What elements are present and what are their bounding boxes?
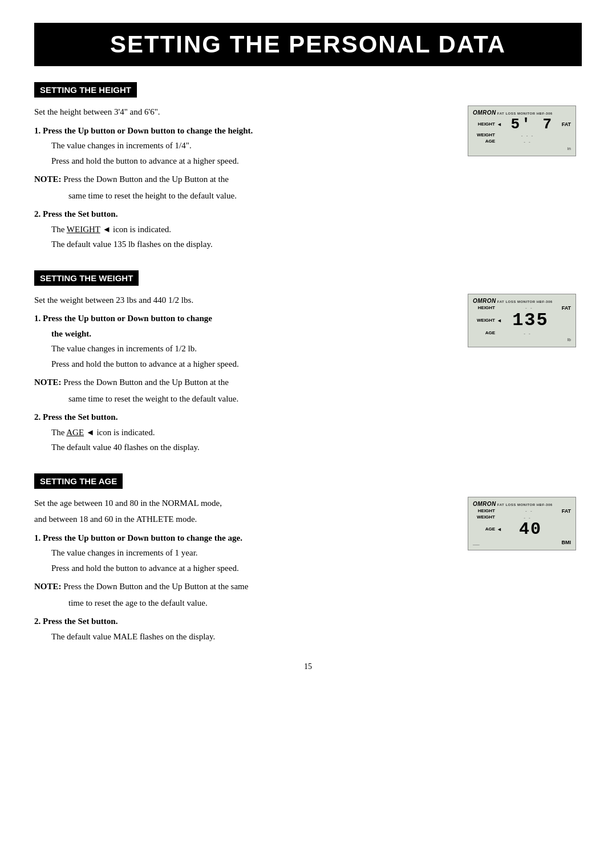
height-label: HEIGHT (473, 121, 497, 127)
age-value: 40 (502, 521, 558, 538)
age-lcd-brand: OMRON FAT LOSS MONITOR HBF-306 (473, 501, 571, 507)
height-arrow: ◄ (497, 121, 502, 127)
age-intro2: and between 18 and 60 in the ATHLETE mod… (34, 513, 456, 526)
age-underline: AGE (66, 428, 84, 437)
weight-step1-detail2: Press and hold the button to advance at … (34, 358, 456, 371)
weight-fat-label: FAT (562, 305, 571, 311)
age-note: NOTE: Press the Down Button and the Up B… (34, 580, 456, 609)
height-label-w: HEIGHT (473, 305, 497, 311)
height-intro: Set the height between 3'4" and 6'6". (34, 106, 456, 119)
height-content: Set the height between 3'4" and 6'6". 1.… (34, 106, 582, 253)
age-label-w: AGE (473, 330, 497, 336)
age-arrow: ◄ (497, 526, 502, 532)
section-header-height: SETTING THE HEIGHT (34, 82, 137, 98)
weight-row-w: WEIGHT ◄ 135 (473, 311, 571, 330)
weight-value: 135 (502, 311, 558, 330)
height-value: 5' 7 (502, 117, 562, 132)
weight-note: NOTE: Press the Down Button and the Up B… (34, 376, 456, 405)
weight-step1b: the weight. (34, 327, 456, 341)
omron-logo-a: OMRON (473, 501, 496, 507)
weight-step1: 1. Press the Up button or Down button to… (34, 312, 456, 325)
weight-underline: WEIGHT (67, 225, 100, 234)
height-display-col: OMRON FAT LOSS MONITOR HBF-306 HEIGHT ◄ … (468, 106, 582, 156)
weight-note-indent: same time to reset the weight to the def… (34, 392, 456, 406)
age-note-bold: NOTE: (34, 582, 62, 591)
section-height: SETTING THE HEIGHT Set the height betwee… (34, 82, 582, 253)
model-text-w: FAT LOSS MONITOR HBF-306 (497, 300, 553, 303)
page-title: SETTING THE PERSONAL DATA (34, 23, 582, 66)
weight-display-col: OMRON FAT LOSS MONITOR HBF-306 HEIGHT - … (468, 294, 582, 348)
weight-note-bold: NOTE: (34, 378, 62, 387)
height-dashes-a: - - (497, 508, 562, 513)
age-dashes-h: - - (497, 139, 558, 144)
age-label-h: AGE (473, 139, 497, 144)
weight-lcd: OMRON FAT LOSS MONITOR HBF-306 HEIGHT - … (468, 294, 576, 348)
omron-logo: OMRON (473, 110, 496, 116)
height-lcd-brand: OMRON FAT LOSS MONITOR HBF-306 (473, 110, 571, 116)
age-row-w: AGE - - (473, 330, 571, 336)
height-step1-detail1: The value changes in increments of 1/4". (34, 139, 456, 152)
model-text-a: FAT LOSS MONITOR HBF-306 (497, 503, 553, 506)
height-note: NOTE: Press the Down Button and the Up B… (34, 173, 456, 202)
age-note-line1: NOTE: Press the Down Button and the Up B… (34, 580, 456, 593)
height-lcd-rows: HEIGHT ◄ 5' 7 FAT WEIGHT - - - AGE - - (473, 117, 571, 145)
age-dashes-w: - - (497, 331, 558, 336)
weight-label-w: WEIGHT (473, 318, 497, 323)
age-step1-detail1: The value changes in increments of 1 yea… (34, 546, 456, 560)
weight-unit-label: lb (568, 337, 571, 342)
age-row-h: AGE - - (473, 139, 571, 144)
age-dots: ___ (473, 541, 480, 545)
weight-row-h: WEIGHT - - - (473, 132, 571, 138)
weight-note-text: Press the Down Button and the Up Button … (62, 378, 229, 387)
section-header-age: SETTING THE AGE (34, 473, 123, 489)
weight-intro: Set the weight between 23 lbs and 440 1/… (34, 294, 456, 307)
age-display-col: OMRON FAT LOSS MONITOR HBF-306 HEIGHT - … (468, 497, 582, 551)
weight-label-a: WEIGHT (473, 514, 497, 520)
age-note-text: Press the Down Button and the Up Button … (62, 582, 249, 591)
age-step2-detail1: The default value MALE flashes on the di… (34, 630, 456, 643)
weight-note-line1: NOTE: Press the Down Button and the Up B… (34, 376, 456, 389)
section-header-weight: SETTING THE WEIGHT (34, 270, 139, 286)
age-lcd-rows: HEIGHT - - FAT WEIGHT - - AGE ◄ 40 (473, 508, 571, 538)
age-step1: 1. Press the Up button or Down button to… (34, 532, 456, 545)
age-fat-label: FAT (562, 508, 571, 514)
weight-lcd-brand: OMRON FAT LOSS MONITOR HBF-306 (473, 298, 571, 304)
bmi-label: BMI (562, 540, 572, 545)
weight-step2-detail2: The default value 40 flashes on the disp… (34, 441, 456, 454)
weight-lcd-rows: HEIGHT - - FAT WEIGHT ◄ 135 AGE - - (473, 305, 571, 337)
height-lcd: OMRON FAT LOSS MONITOR HBF-306 HEIGHT ◄ … (468, 106, 576, 156)
height-step1: 1. Press the Up button or Down button to… (34, 124, 456, 137)
age-content: Set the age between 10 and 80 in the NOR… (34, 497, 582, 646)
age-text: Set the age between 10 and 80 in the NOR… (34, 497, 456, 646)
height-label-a: HEIGHT (473, 508, 497, 514)
age-step2: 2. Press the Set button. (34, 615, 456, 628)
age-label-a: AGE (473, 526, 497, 532)
weight-text: Set the weight between 23 lbs and 440 1/… (34, 294, 456, 456)
weight-step2-detail1: The AGE ◄ icon is indicated. (34, 426, 456, 439)
height-row-a: HEIGHT - - FAT (473, 508, 571, 514)
section-age: SETTING THE AGE Set the age between 10 a… (34, 473, 582, 646)
height-step2: 2. Press the Set button. (34, 208, 456, 221)
height-step2-detail1: The WEIGHT ◄ icon is indicated. (34, 223, 456, 236)
height-unit-label: in (568, 146, 571, 151)
height-note-bold: NOTE: (34, 175, 62, 184)
age-step1-detail2: Press and hold the button to advance at … (34, 562, 456, 575)
age-row-a: AGE ◄ 40 (473, 521, 571, 538)
section-weight: SETTING THE WEIGHT Set the weight betwee… (34, 270, 582, 456)
height-fat: FAT (562, 121, 571, 127)
weight-step1-detail1: The value changes in increments of 1/2 l… (34, 342, 456, 355)
height-step1-detail2: Press and hold the button to advance at … (34, 155, 456, 168)
weight-label-h: WEIGHT (473, 132, 497, 138)
omron-logo-w: OMRON (473, 298, 496, 304)
weight-step2: 2. Press the Set button. (34, 411, 456, 424)
model-text: FAT LOSS MONITOR HBF-306 (497, 112, 553, 115)
weight-dashes-a: - - (497, 515, 558, 520)
height-row: HEIGHT ◄ 5' 7 FAT (473, 117, 571, 132)
weight-dashes-h: - - - (497, 133, 558, 138)
height-note-text: Press the Down Button and the Up Button … (62, 175, 229, 184)
weight-arrow: ◄ (497, 318, 502, 323)
age-lcd: OMRON FAT LOSS MONITOR HBF-306 HEIGHT - … (468, 497, 576, 551)
height-step2-detail2: The default value 135 lb flashes on the … (34, 238, 456, 251)
age-note-indent: time to reset the age to the default val… (34, 597, 456, 610)
age-intro1: Set the age between 10 and 80 in the NOR… (34, 497, 456, 510)
